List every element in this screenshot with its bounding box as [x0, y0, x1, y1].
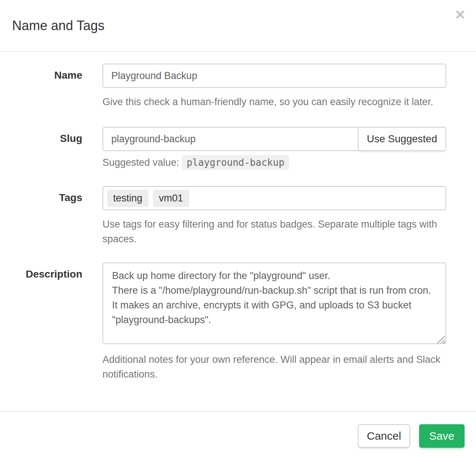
- dialog-footer: Cancel Save: [0, 411, 476, 461]
- close-icon[interactable]: ×: [455, 6, 465, 23]
- name-field-row: Name Give this check a human-friendly na…: [0, 64, 476, 109]
- slug-field-row: Slug Use Suggested Suggested value: play…: [0, 127, 476, 168]
- dialog-title: Name and Tags: [12, 18, 105, 33]
- dialog-body: Name Give this check a human-friendly na…: [0, 52, 476, 411]
- suggested-value-prefix: Suggested value:: [102, 157, 179, 168]
- name-help-text: Give this check a human-friendly name, s…: [102, 94, 446, 109]
- description-label: Description: [0, 262, 92, 280]
- description-field-row: Description Back up home directory for t…: [0, 262, 476, 382]
- dialog-header: Name and Tags ×: [0, 0, 476, 52]
- suggested-value-line: Suggested value: playground-backup: [102, 157, 446, 168]
- tags-field-row: Tags testing vm01 Use tags for easy filt…: [0, 186, 476, 246]
- description-textarea[interactable]: Back up home directory for the "playgrou…: [102, 262, 446, 344]
- save-button[interactable]: Save: [419, 424, 465, 448]
- description-help-text: Additional notes for your own reference.…: [102, 352, 446, 382]
- cancel-button[interactable]: Cancel: [358, 424, 410, 448]
- slug-input[interactable]: [102, 127, 358, 151]
- slug-label: Slug: [0, 127, 92, 144]
- tags-label: Tags: [0, 186, 92, 204]
- tag-chip: vm01: [153, 190, 189, 207]
- tags-help-text: Use tags for easy filtering and for stat…: [102, 217, 446, 246]
- name-input[interactable]: [102, 64, 446, 88]
- tag-chip: testing: [107, 190, 148, 207]
- name-label: Name: [0, 64, 92, 81]
- name-and-tags-dialog: Name and Tags × Name Give this check a h…: [0, 0, 476, 461]
- use-suggested-button[interactable]: Use Suggested: [358, 127, 446, 151]
- suggested-value-code: playground-backup: [182, 155, 289, 170]
- tags-input[interactable]: testing vm01: [102, 186, 446, 210]
